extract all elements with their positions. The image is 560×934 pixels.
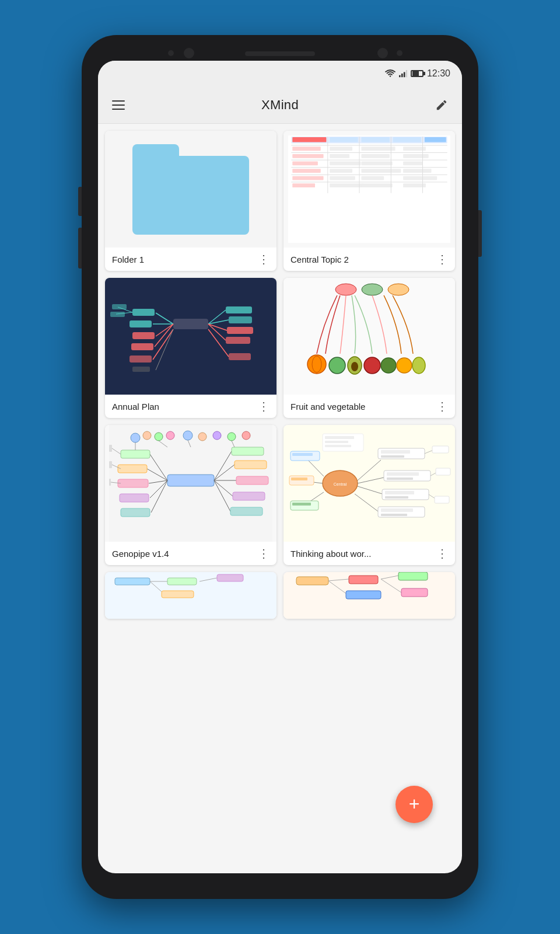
svg-point-115 <box>155 433 163 441</box>
svg-rect-94 <box>120 494 149 502</box>
battery-icon <box>411 70 424 77</box>
more-options-fruit[interactable]: ⋮ <box>436 400 448 412</box>
svg-rect-104 <box>233 492 265 500</box>
card-title-fruit: Fruit and vegetable <box>290 402 432 412</box>
svg-rect-41 <box>359 137 360 193</box>
svg-rect-63 <box>112 304 127 309</box>
svg-rect-7 <box>361 137 389 142</box>
card-genopipe[interactable]: Genopipe v1.4 ⋮ <box>105 425 276 565</box>
power-button[interactable] <box>478 210 482 257</box>
card-footer-thinking: Thinking about wor... ⋮ <box>284 542 455 565</box>
svg-rect-34 <box>403 176 437 180</box>
svg-point-83 <box>397 358 412 373</box>
svg-rect-165 <box>115 578 150 585</box>
ct2-content <box>288 135 450 243</box>
svg-rect-92 <box>118 479 148 487</box>
add-fab-button[interactable]: + <box>396 786 433 823</box>
more-options-annual[interactable]: ⋮ <box>258 400 270 412</box>
svg-rect-163 <box>325 445 351 447</box>
svg-point-74 <box>362 284 383 295</box>
svg-rect-100 <box>235 461 267 469</box>
volume-down-button[interactable] <box>78 228 82 269</box>
svg-rect-15 <box>291 152 447 153</box>
svg-rect-18 <box>361 154 389 158</box>
edit-button[interactable] <box>430 94 453 116</box>
svg-point-120 <box>228 433 236 441</box>
svg-rect-17 <box>330 154 349 158</box>
svg-rect-19 <box>403 154 429 158</box>
svg-rect-6 <box>330 137 358 142</box>
more-options-folder1[interactable]: ⋮ <box>258 253 270 265</box>
svg-rect-29 <box>403 169 431 173</box>
svg-rect-16 <box>292 154 323 158</box>
thinking-svg: Central <box>284 425 455 542</box>
card-thinking[interactable]: Central <box>284 425 455 565</box>
card-bottom-right[interactable] <box>284 572 455 619</box>
svg-rect-173 <box>296 577 328 585</box>
content-grid: Folder 1 ⋮ <box>98 124 462 862</box>
bottom-left-preview <box>105 572 276 619</box>
svg-rect-25 <box>291 167 447 168</box>
svg-rect-43 <box>422 137 423 193</box>
status-bar: 12:30 <box>98 61 462 86</box>
annual-svg <box>105 278 276 395</box>
svg-rect-14 <box>403 147 426 151</box>
svg-rect-67 <box>130 356 152 363</box>
svg-rect-51 <box>132 332 155 339</box>
svg-point-80 <box>351 362 358 371</box>
svg-point-82 <box>381 358 396 373</box>
svg-rect-171 <box>217 574 243 581</box>
volume-up-button[interactable] <box>78 187 82 216</box>
bottom-right-svg <box>284 572 455 619</box>
svg-rect-71 <box>229 353 251 360</box>
app-bar: XMind <box>98 86 462 124</box>
folder-preview <box>105 131 276 248</box>
card-bottom-left[interactable] <box>105 572 276 619</box>
annual-preview <box>105 278 276 395</box>
svg-point-78 <box>329 357 345 374</box>
camera-right <box>377 48 388 58</box>
svg-rect-144 <box>381 514 407 516</box>
card-central-topic-2[interactable]: Central Topic 2 ⋮ <box>284 131 455 271</box>
card-fruit-vegetable[interactable]: Fruit and vegetable ⋮ <box>284 278 455 418</box>
menu-line-1 <box>112 100 125 102</box>
thinking-preview: Central <box>284 425 455 542</box>
svg-rect-55 <box>226 306 252 313</box>
fab-container: + <box>98 786 444 832</box>
phone-screen: 12:30 XMind <box>98 61 462 873</box>
svg-point-116 <box>166 431 174 440</box>
svg-rect-32 <box>330 176 355 180</box>
svg-rect-59 <box>227 327 253 334</box>
status-time: 12:30 <box>427 68 450 79</box>
svg-text:Central: Central <box>334 482 347 486</box>
svg-rect-3 <box>406 70 407 77</box>
card-footer-genopipe: Genopipe v1.4 ⋮ <box>105 542 276 565</box>
svg-point-121 <box>242 431 250 440</box>
svg-rect-45 <box>173 319 208 329</box>
svg-rect-26 <box>292 169 320 173</box>
card-footer-folder1: Folder 1 ⋮ <box>105 248 276 271</box>
hamburger-menu-button[interactable] <box>107 96 130 114</box>
more-options-ct2[interactable]: ⋮ <box>436 253 448 265</box>
card-annual-plan[interactable]: Annual Plan ⋮ <box>105 278 276 418</box>
dot-right <box>397 50 402 56</box>
card-folder1[interactable]: Folder 1 ⋮ <box>105 131 276 271</box>
svg-rect-179 <box>398 572 428 580</box>
svg-rect-112 <box>109 479 111 486</box>
more-options-genopipe[interactable]: ⋮ <box>258 548 270 559</box>
svg-rect-139 <box>385 491 414 494</box>
svg-rect-1 <box>401 74 403 77</box>
svg-rect-90 <box>118 465 147 473</box>
svg-rect-162 <box>325 441 348 443</box>
svg-rect-69 <box>132 367 150 372</box>
dot-left <box>168 50 174 56</box>
svg-rect-181 <box>401 588 428 597</box>
plus-icon: + <box>409 794 420 813</box>
svg-rect-2 <box>404 72 405 77</box>
svg-rect-40 <box>327 137 328 193</box>
svg-rect-10 <box>291 145 447 145</box>
camera-left <box>184 48 194 58</box>
svg-rect-33 <box>361 176 384 180</box>
more-options-thinking[interactable]: ⋮ <box>436 548 448 559</box>
svg-rect-167 <box>167 578 197 585</box>
